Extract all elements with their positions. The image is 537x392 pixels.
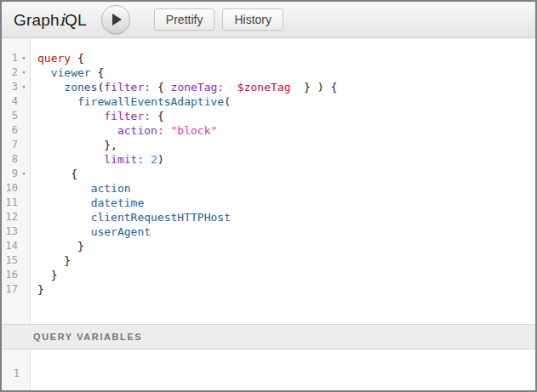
gutter-row[interactable]: 7 (2, 138, 30, 152)
code-token: clientRequestHTTPHost (91, 211, 231, 224)
line-number: 4 (2, 94, 18, 109)
line-number: 2 (2, 65, 18, 80)
code-token: $zoneTag (237, 81, 291, 94)
code-token (37, 124, 117, 137)
gutter-row[interactable]: 12 (2, 210, 30, 224)
code-token: filter: (104, 81, 151, 94)
line-number: 6 (2, 123, 18, 138)
code-token: zoneTag: (171, 81, 225, 94)
code-token: action (91, 182, 131, 195)
code-line[interactable]: clientRequestHTTPHost (37, 210, 532, 224)
topbar: GraphiQL Prettify History (2, 2, 535, 38)
code-token (37, 110, 104, 122)
variables-editor[interactable]: 1 {"zoneTag":""} (2, 349, 535, 390)
line-number: 14 (2, 239, 18, 253)
code-line[interactable]: firewallEventsAdaptive( (37, 94, 532, 109)
code-token: } ) { (290, 81, 337, 94)
gutter-row[interactable]: 2▾ (2, 65, 30, 80)
fold-arrow-icon[interactable]: ▾ (18, 167, 30, 181)
code-token (144, 153, 151, 166)
gutter-row[interactable]: 6 (2, 123, 30, 138)
code-line[interactable]: zones(filter: { zoneTag: $zoneTag } ) { (37, 80, 532, 94)
query-editor[interactable]: 1▾2▾3▾456789▾1011121314151617 query { vi… (2, 38, 535, 324)
gutter-row[interactable]: 17 (2, 282, 30, 297)
fold-arrow-icon[interactable]: ▾ (18, 65, 30, 80)
code-line[interactable]: }, (37, 138, 532, 152)
code-token: { (151, 81, 170, 94)
code-token (37, 182, 91, 195)
code-line[interactable]: query { (37, 51, 532, 65)
variables-code-area[interactable]: {"zoneTag":""} (31, 349, 535, 390)
line-number: 7 (2, 138, 18, 152)
history-button[interactable]: History (222, 9, 283, 31)
code-token: { (91, 66, 105, 79)
code-token (37, 211, 91, 224)
code-token: { (71, 52, 84, 65)
gutter-row[interactable]: 11 (2, 196, 30, 210)
code-line[interactable]: } (37, 268, 532, 282)
code-line[interactable]: } (37, 282, 532, 297)
code-line[interactable]: userAgent (37, 224, 532, 239)
line-number: 9 (2, 167, 18, 181)
line-number: 5 (2, 109, 18, 123)
fold-arrow-icon[interactable]: ▾ (18, 80, 30, 94)
gutter-row[interactable]: 5 (2, 109, 30, 123)
code-token (37, 66, 51, 79)
code-token: zones (64, 81, 97, 94)
graphiql-window: GraphiQL Prettify History 1▾2▾3▾456789▾1… (0, 0, 537, 392)
variables-title-bar[interactable]: QUERY VARIABLES (2, 324, 535, 349)
code-token: filter: (104, 110, 151, 122)
code-line[interactable]: action (37, 181, 532, 196)
gutter-row[interactable]: 3▾ (2, 80, 30, 94)
gutter-row[interactable]: 13 (2, 224, 30, 239)
code-line[interactable]: { (37, 167, 532, 181)
editor-gutter: 1▾2▾3▾456789▾1011121314151617 (2, 38, 31, 324)
code-line[interactable]: } (37, 239, 532, 253)
code-token: } (37, 254, 71, 267)
code-line[interactable]: datetime (37, 196, 532, 210)
code-token: { (37, 168, 77, 180)
line-number: 12 (2, 210, 18, 224)
line-number: 17 (2, 282, 18, 297)
logo-text-post: QL (65, 11, 87, 29)
code-token: } (37, 240, 84, 253)
code-line[interactable]: } (37, 253, 532, 268)
variables-title: QUERY VARIABLES (33, 332, 142, 342)
line-number: 16 (2, 268, 18, 282)
code-token (37, 81, 64, 94)
code-line[interactable]: filter: { (37, 109, 532, 123)
code-token (37, 153, 104, 166)
code-token: }, (37, 139, 117, 151)
code-token (37, 225, 91, 238)
code-token (37, 196, 91, 209)
gutter-row[interactable]: 1▾ (2, 51, 30, 65)
gutter-row[interactable]: 15 (2, 253, 30, 268)
code-token: firewallEventsAdaptive (77, 95, 224, 108)
line-number: 13 (2, 224, 18, 239)
code-token: ) (157, 153, 164, 166)
line-number: 10 (2, 181, 18, 196)
code-line[interactable]: limit: 2) (37, 152, 532, 167)
code-token (37, 95, 77, 108)
gutter-row[interactable]: 8 (2, 152, 30, 167)
code-token: ( (224, 95, 231, 108)
code-token: action: (117, 124, 164, 137)
code-token: 2 (151, 153, 157, 166)
line-number: 1 (2, 51, 18, 65)
code-token: } (37, 283, 44, 296)
gutter-row[interactable]: 10 (2, 181, 30, 196)
code-token: } (37, 269, 57, 281)
play-icon (112, 14, 122, 26)
code-token: query (37, 52, 71, 65)
execute-button[interactable] (101, 5, 130, 34)
gutter-row[interactable]: 14 (2, 239, 30, 253)
code-line[interactable]: viewer { (37, 65, 532, 80)
gutter-row[interactable]: 16 (2, 268, 30, 282)
fold-arrow-icon[interactable]: ▾ (18, 51, 30, 65)
prettify-button[interactable]: Prettify (154, 9, 215, 31)
gutter-row[interactable]: 4 (2, 94, 30, 109)
code-line[interactable]: action: "block" (37, 123, 532, 138)
logo-text-pre: Graph (14, 11, 60, 29)
gutter-row[interactable]: 9▾ (2, 167, 30, 181)
code-area[interactable]: query { viewer { zones(filter: { zoneTag… (31, 38, 535, 324)
